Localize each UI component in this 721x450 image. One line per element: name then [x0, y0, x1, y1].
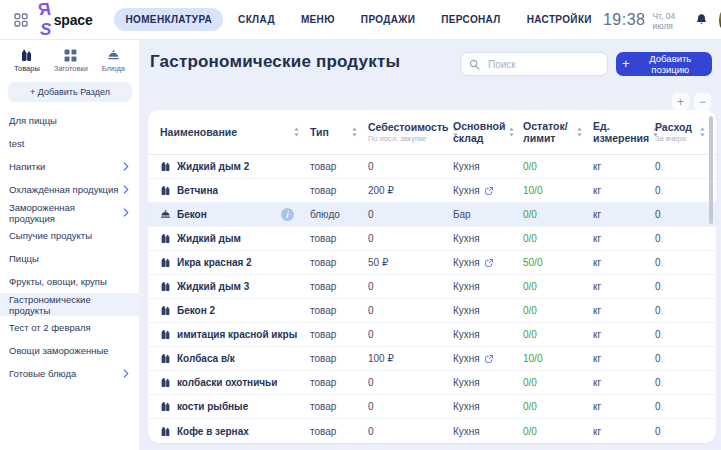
sidebar-item-label: Овощи замороженные: [9, 345, 109, 356]
table-row[interactable]: Жидкий дым 3товар0Кухня0/0кг0: [148, 275, 716, 299]
sort-icon[interactable]: [508, 127, 515, 137]
table-row[interactable]: Бекон 2товар0Кухня0/0кг0: [148, 299, 716, 323]
cell-unit: кг: [593, 233, 655, 244]
cell-name: Икра красная 2: [160, 257, 310, 268]
search-icon: [469, 59, 480, 70]
collapse-rows-button[interactable]: −: [694, 93, 711, 110]
column-header: Основной склад: [453, 120, 523, 144]
cell-type: товар: [310, 185, 368, 196]
sidebar-item-label: Напитки: [9, 161, 45, 172]
sort-icon[interactable]: [351, 127, 358, 137]
column-label: Себестоимость: [368, 121, 449, 133]
cell-warehouse: Кухня: [453, 353, 523, 364]
search-input[interactable]: [486, 58, 599, 71]
apps-grid-icon[interactable]: [14, 13, 28, 27]
cell-cost: 0: [368, 209, 453, 220]
chevron-right-icon: [123, 208, 130, 217]
sidebar-item[interactable]: Напитки: [0, 155, 139, 178]
sidebar-tab-tovary[interactable]: Товары: [14, 49, 40, 73]
chevron-right-icon: [123, 162, 130, 171]
external-link-icon[interactable]: [484, 186, 494, 196]
sidebar-tab-zagotovki[interactable]: Заготовки: [54, 49, 88, 73]
cell-stock: 0/0: [523, 209, 593, 220]
cell-type: товар: [310, 257, 368, 268]
cell-name: Жидкий дым 3: [160, 281, 310, 292]
sidebar-item[interactable]: Сыпучие продукты: [0, 224, 139, 247]
cell-expense: 0: [655, 426, 716, 437]
product-name: Ветчина: [177, 185, 218, 196]
sidebar-item[interactable]: test: [0, 132, 139, 155]
add-section-button[interactable]: + Добавить Раздел: [8, 82, 132, 102]
external-link-icon[interactable]: [484, 258, 494, 268]
cell-stock: 10/0: [523, 353, 593, 364]
column-sublabel: За вчера: [655, 134, 692, 143]
plus-icon: +: [622, 56, 630, 71]
table-row[interactable]: Беконiблюдо0Бар0/0кг0: [148, 203, 716, 227]
column-header-text: Основной склад: [453, 120, 505, 144]
cell-name: Беконi: [160, 208, 310, 221]
info-icon[interactable]: i: [281, 208, 294, 221]
sidebar-item[interactable]: Охлаждённая продукция: [0, 178, 139, 201]
bottles-icon: [20, 49, 33, 62]
bottles-icon: [160, 305, 171, 316]
cell-type: товар: [310, 305, 368, 316]
cell-warehouse: Бар: [453, 209, 523, 220]
column-label: Основной склад: [453, 120, 505, 144]
table-row[interactable]: Кофе в зернахтовар0Кухня0/0кг0: [148, 419, 716, 443]
sidebar-item[interactable]: Тест от 2 февраля: [0, 316, 139, 339]
sidebar-item[interactable]: Овощи замороженные: [0, 339, 139, 362]
sidebar-item[interactable]: Замороженная продукция: [0, 201, 139, 224]
nav-item-menu[interactable]: МЕНЮ: [290, 8, 346, 31]
table-row[interactable]: Ветчинатовар200 ₽Кухня10/0кг0: [148, 179, 716, 203]
cell-name: Ветчина: [160, 185, 310, 196]
cell-type: товар: [310, 161, 368, 172]
table-header: НаименованиеТипСебестоимостьПо посл. зак…: [148, 110, 716, 155]
sidebar-item[interactable]: Фрукты, овощи, крупы: [0, 270, 139, 293]
clock-date: Чт, 04 июля: [652, 11, 681, 31]
cell-expense: 0: [655, 353, 716, 364]
table-row[interactable]: Колбаса в/ктовар100 ₽Кухня10/0кг0: [148, 347, 716, 371]
sidebar-item-label: Фрукты, овощи, крупы: [9, 276, 107, 287]
bottles-icon: [160, 257, 171, 268]
warehouse-name: Кухня: [453, 233, 480, 244]
sort-icon[interactable]: [293, 127, 300, 137]
nav-item-personal[interactable]: ПЕРСОНАЛ: [430, 8, 511, 31]
expand-rows-button[interactable]: +: [672, 93, 689, 110]
sidebar-tab-blyuda[interactable]: Блюда: [102, 49, 125, 73]
cell-warehouse: Кухня: [453, 377, 523, 388]
cell-cost: 0: [368, 161, 453, 172]
sidebar-item[interactable]: Пиццы: [0, 247, 139, 270]
product-name: Кофе в зернах: [177, 426, 249, 437]
scrollbar-thumb[interactable]: [709, 116, 713, 224]
sort-icon[interactable]: [576, 127, 583, 137]
nav-item-nastroyki[interactable]: НАСТРОЙКИ: [516, 8, 603, 31]
cell-name: имитация красной икры: [160, 329, 310, 340]
search-box[interactable]: [460, 52, 608, 76]
nav-item-prodazhi[interactable]: ПРОДАЖИ: [350, 8, 426, 31]
add-position-button[interactable]: + Добавить позицию: [616, 52, 712, 76]
sidebar-item-label: Замороженная продукция: [9, 202, 123, 224]
external-link-icon[interactable]: [484, 354, 494, 364]
sidebar-item[interactable]: Для пиццы: [0, 109, 139, 132]
nav-item-sklad[interactable]: СКЛАД: [227, 8, 286, 31]
sidebar-item[interactable]: Гастрономические продукты: [0, 293, 139, 316]
cell-expense: 0: [655, 161, 716, 172]
sort-icon[interactable]: [699, 127, 706, 137]
sidebar: ТоварыЗаготовкиБлюда + Добавить Раздел Д…: [0, 40, 140, 450]
cell-expense: 0: [655, 257, 716, 268]
sidebar-item-label: Готовые блюда: [9, 368, 76, 379]
cell-expense: 0: [655, 401, 716, 412]
clock: 19:38 Чт, 04 июля: [603, 8, 721, 32]
table-row[interactable]: колбаски охотничьитовар0Кухня0/0кг0: [148, 371, 716, 395]
table-row[interactable]: Жидкий дым 2товар0Кухня0/0кг0: [148, 155, 716, 179]
cloche-icon: [160, 209, 171, 220]
cell-stock: 0/0: [523, 426, 593, 437]
bell-icon[interactable]: [695, 13, 708, 26]
nav-item-nomenklatura[interactable]: НОМЕНКЛАТУРА: [114, 8, 223, 31]
table-row[interactable]: имитация красной икрытовар0Кухня0/0кг0: [148, 323, 716, 347]
table-row[interactable]: Икра красная 2товар50 ₽Кухня50/0кг0: [148, 251, 716, 275]
main-content: Гастрономические продукты + Добавить поз…: [140, 40, 721, 450]
table-row[interactable]: кости рыбныетовар0Кухня0/0кг0: [148, 395, 716, 419]
table-row[interactable]: Жидкий дымтовар0Кухня0/0кг0: [148, 227, 716, 251]
sidebar-item[interactable]: Готовые блюда: [0, 362, 139, 385]
